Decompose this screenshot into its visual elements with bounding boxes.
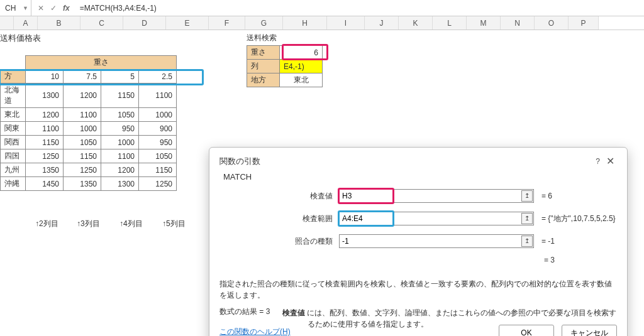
weight-cell[interactable]: 7.5 bbox=[64, 70, 101, 84]
data-cell[interactable]: 1300 bbox=[26, 84, 64, 108]
data-cell[interactable]: 900 bbox=[139, 122, 177, 136]
col-A[interactable]: A bbox=[14, 16, 38, 30]
data-cell[interactable]: 1250 bbox=[26, 149, 64, 163]
region-cell[interactable]: 関東 bbox=[1, 122, 26, 136]
col-D[interactable]: D bbox=[123, 16, 166, 30]
cancel-button[interactable]: キャンセル bbox=[562, 325, 617, 336]
column-hint: ↑3列目 bbox=[77, 219, 100, 229]
arg-label: 検査範囲 bbox=[219, 214, 339, 224]
search-table: 重さ6 列E4,-1) 地方東北 bbox=[247, 45, 323, 87]
data-cell[interactable]: 1100 bbox=[26, 122, 64, 136]
col-G[interactable]: G bbox=[245, 16, 283, 30]
data-cell[interactable]: 1100 bbox=[64, 108, 101, 122]
name-box[interactable]: CH ▼ bbox=[0, 0, 31, 16]
arg-result: = {"地方",10,7.5,5,2.5} bbox=[541, 214, 616, 224]
data-cell[interactable]: 1350 bbox=[26, 163, 64, 177]
weight-cell[interactable]: 10 bbox=[26, 70, 64, 84]
search-label: 地方 bbox=[247, 73, 280, 87]
col-J[interactable]: J bbox=[365, 16, 399, 30]
confirm-formula-icon[interactable]: ✓ bbox=[50, 4, 57, 13]
col-E[interactable]: E bbox=[166, 16, 209, 30]
data-cell[interactable]: 1150 bbox=[64, 149, 101, 163]
col-C[interactable]: C bbox=[80, 16, 123, 30]
range-select-icon[interactable]: ↥ bbox=[521, 213, 533, 224]
arg-result: = 6 bbox=[541, 192, 552, 200]
dialog-title: 関数の引数 bbox=[219, 156, 260, 167]
data-cell[interactable]: 1050 bbox=[64, 136, 101, 149]
ok-button[interactable]: OK bbox=[499, 325, 554, 336]
data-cell[interactable]: 1350 bbox=[64, 177, 101, 191]
col-H[interactable]: H bbox=[283, 16, 327, 30]
weight-cell[interactable]: 5 bbox=[101, 70, 139, 84]
data-cell[interactable]: 1200 bbox=[101, 163, 139, 177]
column-hint: ↑4列目 bbox=[119, 219, 143, 229]
help-link[interactable]: この関数のヘルプ(H) bbox=[219, 327, 291, 336]
column-headers: A B C D E F G H I J K L M N O P bbox=[0, 16, 644, 30]
close-icon[interactable]: ✕ bbox=[604, 155, 617, 167]
column-hint: ↑2列目 bbox=[35, 219, 58, 229]
name-box-text: CH bbox=[5, 4, 16, 13]
function-name: MATCH bbox=[219, 172, 617, 182]
search-title: 送料検索 bbox=[247, 33, 277, 43]
chevron-down-icon[interactable]: ▼ bbox=[23, 5, 28, 11]
data-cell[interactable]: 1300 bbox=[101, 177, 139, 191]
arg-result: = -1 bbox=[541, 237, 555, 246]
data-cell[interactable]: 1200 bbox=[64, 84, 101, 108]
search-value-region[interactable]: 東北 bbox=[280, 73, 323, 87]
arg-label: 検査値 bbox=[219, 191, 339, 202]
region-cell[interactable]: 関西 bbox=[1, 136, 26, 149]
data-cell[interactable]: 1100 bbox=[139, 84, 177, 108]
lookup-array-input[interactable] bbox=[339, 212, 534, 225]
data-cell[interactable]: 1150 bbox=[26, 136, 64, 149]
region-cell[interactable]: 九州 bbox=[1, 163, 26, 177]
formula-input[interactable]: =MATCH(H3,A4:E4,-1) bbox=[76, 4, 157, 13]
data-cell[interactable]: 950 bbox=[139, 136, 177, 149]
shipping-table: 重さ 方 10 7.5 5 2.5 北海道1300120011501100 東北… bbox=[0, 55, 177, 191]
match-type-input[interactable] bbox=[339, 234, 534, 248]
lookup-value-input[interactable] bbox=[339, 189, 534, 203]
weight-cell[interactable]: 2.5 bbox=[139, 70, 177, 84]
function-arguments-dialog: 関数の引数 ? ✕ MATCH 検査値 ↥ = 6 検査範囲 ↥ = {"地方"… bbox=[209, 147, 628, 336]
region-cell[interactable]: 沖縄 bbox=[1, 177, 26, 191]
data-cell[interactable]: 1200 bbox=[26, 108, 64, 122]
col-L[interactable]: L bbox=[433, 16, 467, 30]
function-description: 指定された照合の種類に従って検査範囲内を検索し、検査値と一致する要素の、配列内で… bbox=[219, 278, 617, 301]
data-cell[interactable]: 1150 bbox=[139, 163, 177, 177]
col-K[interactable]: K bbox=[399, 16, 433, 30]
weight-header: 重さ bbox=[26, 56, 177, 70]
search-value-weight[interactable]: 6 bbox=[280, 46, 323, 60]
help-icon[interactable]: ? bbox=[592, 157, 604, 166]
cancel-formula-icon[interactable]: ✕ bbox=[38, 4, 44, 13]
data-cell[interactable]: 1000 bbox=[139, 108, 177, 122]
data-cell[interactable]: 1250 bbox=[64, 163, 101, 177]
data-cell[interactable]: 1000 bbox=[64, 122, 101, 136]
data-cell[interactable]: 950 bbox=[101, 122, 139, 136]
search-value-col[interactable]: E4,-1) bbox=[280, 60, 323, 73]
range-select-icon[interactable]: ↥ bbox=[521, 236, 533, 247]
search-label: 重さ bbox=[247, 46, 280, 60]
region-cell[interactable]: 四国 bbox=[1, 149, 26, 163]
range-select-icon[interactable]: ↥ bbox=[521, 190, 533, 202]
formula-bar: CH ▼ ✕ ✓ fx =MATCH(H3,A4:E4,-1) bbox=[0, 0, 644, 16]
data-cell[interactable]: 1000 bbox=[101, 136, 139, 149]
col-N[interactable]: N bbox=[501, 16, 535, 30]
col-O[interactable]: O bbox=[535, 16, 569, 30]
col-B[interactable]: B bbox=[38, 16, 80, 30]
data-cell[interactable]: 1050 bbox=[139, 149, 177, 163]
col-M[interactable]: M bbox=[467, 16, 501, 30]
region-cell[interactable]: 北海道 bbox=[1, 84, 26, 108]
column-hint: ↑5列目 bbox=[162, 219, 186, 229]
data-cell[interactable]: 1150 bbox=[101, 84, 139, 108]
col-F[interactable]: F bbox=[209, 16, 245, 30]
region-header: 方 bbox=[1, 70, 26, 84]
fx-icon[interactable]: fx bbox=[63, 4, 70, 13]
region-cell[interactable]: 東北 bbox=[1, 108, 26, 122]
data-cell[interactable]: 1250 bbox=[139, 177, 177, 191]
col-P[interactable]: P bbox=[569, 16, 599, 30]
arg-label: 照合の種類 bbox=[219, 236, 339, 247]
search-label: 列 bbox=[247, 60, 280, 73]
data-cell[interactable]: 1100 bbox=[101, 149, 139, 163]
data-cell[interactable]: 1050 bbox=[101, 108, 139, 122]
data-cell[interactable]: 1450 bbox=[26, 177, 64, 191]
col-I[interactable]: I bbox=[327, 16, 365, 30]
